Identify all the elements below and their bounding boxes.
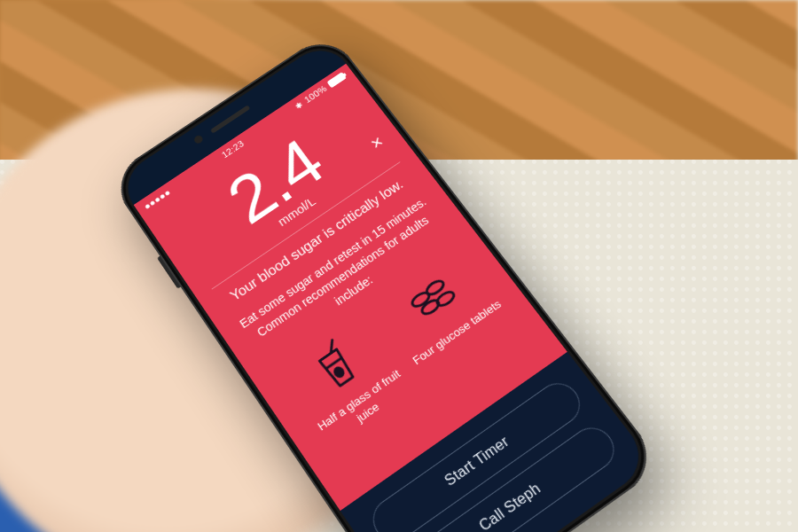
call-contact-button[interactable]: Call Steph (396, 419, 622, 532)
phone-screen: 12:23 ✱ 100% × 2.4 mmol/L Your blood sug… (116, 39, 653, 532)
alert-panel: × 2.4 mmol/L Your blood sugar is critica… (144, 77, 567, 511)
svg-point-2 (424, 278, 445, 297)
juice-icon (299, 330, 372, 403)
tablets-icon (395, 263, 470, 335)
svg-point-3 (419, 298, 441, 317)
svg-point-4 (434, 290, 456, 309)
bluetooth-icon: ✱ (293, 100, 304, 111)
svg-point-0 (331, 364, 346, 380)
start-timer-button[interactable]: Start Timer (364, 375, 588, 532)
action-panel: Start Timer Call Steph (340, 352, 653, 532)
recommendation-label: Four glucose tablets (410, 297, 505, 368)
recommendation-label: Half a glass of fruit juice (309, 363, 419, 450)
phone-frame: 12:23 ✱ 100% × 2.4 mmol/L Your blood sug… (107, 31, 664, 532)
